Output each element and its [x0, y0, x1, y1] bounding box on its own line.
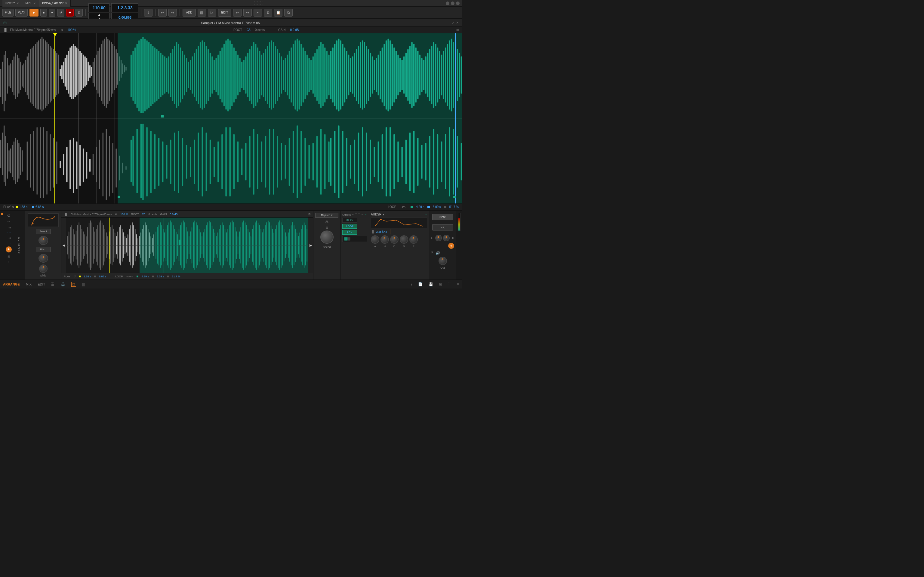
- s-knob[interactable]: [400, 235, 408, 244]
- add-button[interactable]: +: [448, 243, 454, 249]
- pitch-mode-button[interactable]: Pitch: [36, 247, 51, 252]
- ahdsr-chevron-icon[interactable]: ▾: [383, 213, 384, 216]
- mini-root-note[interactable]: C3: [142, 213, 145, 216]
- link-icon[interactable]: ⛓: [51, 282, 55, 286]
- loop-start-marker[interactable]: [118, 196, 120, 198]
- redo-offset-icon[interactable]: ↪: [361, 213, 363, 217]
- play-button[interactable]: ▶: [29, 9, 39, 16]
- bpm-display[interactable]: 110.00: [89, 3, 110, 12]
- mini-end-val[interactable]: 6.86 s: [99, 275, 107, 278]
- speaker-icon[interactable]: 🔊: [436, 251, 440, 255]
- play-label-btn[interactable]: PLAY: [15, 9, 27, 16]
- record-button[interactable]: ●: [49, 9, 55, 16]
- mini-cents[interactable]: 0 cents: [148, 213, 157, 216]
- arrange-tab[interactable]: ARRANGE: [3, 282, 20, 286]
- close-icon[interactable]: ✕: [456, 21, 459, 25]
- loop-end-marker[interactable]: [453, 196, 456, 198]
- freeze-icon[interactable]: ❄: [325, 219, 329, 224]
- wave-sidebar-icon[interactable]: 〜: [7, 219, 10, 224]
- add-button[interactable]: ADD: [183, 9, 195, 16]
- select-knob[interactable]: [39, 236, 48, 245]
- loop-len-button[interactable]: LEN: [342, 230, 357, 235]
- pitch-knob[interactable]: [39, 254, 48, 263]
- loop-end-value[interactable]: 6.09 s: [433, 205, 441, 209]
- loop-play-button[interactable]: PLAY: [342, 218, 357, 223]
- paste-button[interactable]: 📋: [274, 9, 283, 16]
- edit-button[interactable]: EDIT: [218, 9, 232, 16]
- power-icon[interactable]: ⏻: [3, 21, 6, 25]
- waveform-area[interactable]: [0, 33, 462, 203]
- repitch-dropdown[interactable]: Repitch ▾: [315, 213, 338, 218]
- grid-sidebar-icon[interactable]: ⊞: [8, 255, 10, 258]
- dots-sidebar-icon[interactable]: ⠿: [8, 261, 10, 264]
- l-knob[interactable]: [435, 235, 442, 241]
- paste-special-button[interactable]: ⧉: [284, 9, 292, 16]
- loop-start-value[interactable]: 4.29 s: [416, 205, 424, 209]
- mini-wf-body[interactable]: ◀ ▶: [61, 218, 313, 273]
- undo2-button[interactable]: ↩: [233, 9, 242, 16]
- expand-icon[interactable]: ⤢: [452, 21, 454, 25]
- tab-mpe[interactable]: MPE ✕: [22, 0, 39, 6]
- grid-icon[interactable]: ⊞: [456, 28, 459, 32]
- tab-bws4[interactable]: BWS4_Sampler ✕: [39, 0, 71, 6]
- gain-value[interactable]: 0.0 dB: [290, 28, 299, 32]
- bottom-dots-icon[interactable]: ⠿: [448, 282, 451, 286]
- minimize-button[interactable]: [446, 2, 449, 5]
- edit-tab[interactable]: EDIT: [37, 282, 45, 286]
- mix-tab[interactable]: MIX: [26, 282, 32, 286]
- question-icon[interactable]: ?: [431, 251, 433, 255]
- mini-gain-val[interactable]: 0.0 dB: [170, 213, 178, 216]
- cut-button[interactable]: ✂: [254, 9, 262, 16]
- redo-button[interactable]: ↪: [168, 9, 177, 16]
- grid-button[interactable]: ▦: [198, 9, 206, 16]
- a-knob[interactable]: [371, 235, 379, 244]
- play-cursor-button[interactable]: ▷: [208, 9, 216, 16]
- mini-loop-end-val[interactable]: 6.09 s: [157, 275, 164, 278]
- grid-speed-icon[interactable]: ⊞: [326, 226, 328, 229]
- file-button[interactable]: FILE: [2, 9, 13, 16]
- root-note[interactable]: C3: [247, 28, 250, 32]
- start-time-value[interactable]: 1.68 s: [19, 205, 27, 209]
- loop-marker-mid[interactable]: [161, 115, 164, 118]
- bottom-grid-icon[interactable]: ⊞: [439, 282, 442, 286]
- fx-button[interactable]: FX: [432, 224, 453, 230]
- redo2-button[interactable]: ↪: [243, 9, 252, 16]
- orange-box-icon[interactable]: □: [71, 282, 76, 287]
- loop-pct-value[interactable]: 51.7 %: [449, 205, 459, 209]
- h-knob[interactable]: [381, 235, 389, 244]
- maximize-button[interactable]: [451, 2, 454, 5]
- mini-expand-icon[interactable]: ⊡: [308, 213, 311, 216]
- d-knob[interactable]: [390, 235, 399, 244]
- freq-value[interactable]: 2.25 kHz: [376, 230, 387, 233]
- tab-close-mpe[interactable]: ✕: [33, 2, 36, 5]
- bottom-file-icon[interactable]: 📄: [418, 282, 423, 286]
- mini-loop-start-val[interactable]: 4.29 s: [141, 275, 149, 278]
- select-mode-button[interactable]: Select: [36, 229, 51, 234]
- wf-scroll-right[interactable]: ▶: [308, 218, 313, 273]
- mini-zoom[interactable]: 100 %: [120, 213, 128, 216]
- bottom-lines-icon[interactable]: ≡: [457, 282, 459, 286]
- wf-scroll-left[interactable]: ◀: [61, 218, 66, 273]
- mini-loop-pct-val[interactable]: 51.7 %: [172, 275, 181, 278]
- stop-button[interactable]: ■: [40, 9, 47, 16]
- out-knob[interactable]: [439, 257, 447, 265]
- note-button[interactable]: Note: [432, 214, 453, 220]
- close-button[interactable]: [456, 2, 460, 5]
- copy-button[interactable]: ⧉: [264, 9, 272, 16]
- power-sidebar-icon[interactable]: ⏻: [7, 214, 10, 217]
- tab-new2[interactable]: New 2* ✕: [2, 0, 22, 6]
- midi-button[interactable]: ⊡: [76, 9, 83, 16]
- anchor-icon[interactable]: ⚓: [61, 282, 65, 286]
- bars-icon[interactable]: |||: [82, 282, 85, 286]
- bottom-save-icon[interactable]: 💾: [429, 282, 433, 286]
- end-time-value[interactable]: 6.86 s: [36, 205, 44, 209]
- tab-close-new2[interactable]: ✕: [16, 2, 19, 5]
- loop-button[interactable]: ⇄: [57, 9, 65, 16]
- speed-knob[interactable]: [320, 230, 334, 244]
- position-display[interactable]: 1.2.3.33: [111, 3, 138, 12]
- r-knob-lr[interactable]: [443, 235, 450, 241]
- undo-offset-icon[interactable]: ↩: [352, 213, 354, 217]
- add-track-button[interactable]: +: [66, 9, 74, 16]
- metronome-button[interactable]: ♩: [144, 9, 152, 16]
- cents-value[interactable]: 0 cents: [255, 28, 265, 32]
